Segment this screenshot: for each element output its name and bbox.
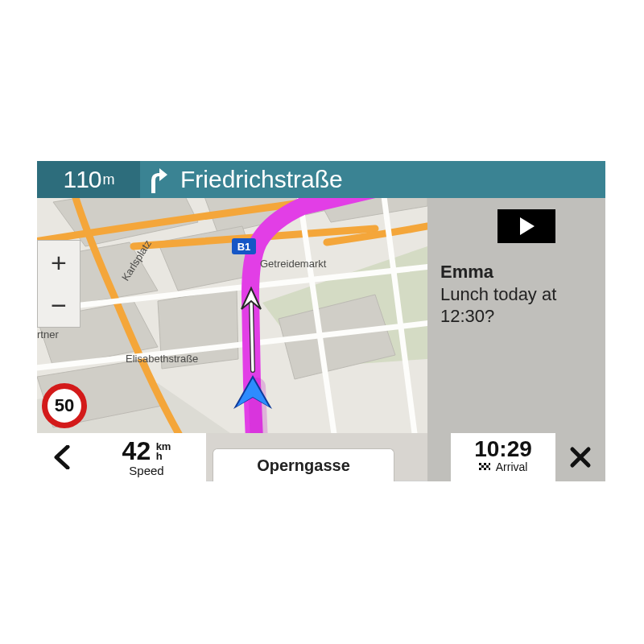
arrival-label: Arrival: [496, 460, 528, 473]
turn-distance-value: 110: [63, 166, 101, 193]
bottom-bar: 42 km h Speed Operngasse 10:29: [37, 433, 605, 481]
speed-limit-sign: 50: [42, 383, 87, 428]
map-label-rtner: rtner: [37, 328, 59, 341]
map-label-getreidemarkt: Getreidemarkt: [260, 258, 326, 270]
turn-distance-unit: m: [103, 171, 114, 188]
checkered-flag-icon: [479, 463, 490, 473]
speed-limit-value: 50: [55, 395, 74, 416]
svg-rect-16: [484, 463, 486, 465]
svg-rect-19: [486, 465, 489, 468]
notification-message: Lunch today at 12:30?: [440, 283, 597, 328]
speed-unit-bottom: h: [156, 450, 163, 462]
svg-rect-17: [489, 463, 490, 465]
svg-text:B1: B1: [237, 241, 251, 253]
turn-street-name: Friedrichstraße: [174, 161, 605, 198]
close-icon: [569, 446, 592, 469]
svg-rect-15: [479, 463, 481, 465]
route-badge: B1: [232, 238, 256, 254]
gps-device-screen: 110 m Friedrichstraße: [37, 161, 605, 481]
back-button[interactable]: [37, 433, 87, 481]
arrival-readout[interactable]: 10:29 Arrival: [451, 433, 555, 481]
speed-value: 42: [122, 433, 151, 465]
svg-rect-20: [479, 468, 481, 470]
svg-rect-22: [489, 468, 490, 470]
chevron-left-icon: [52, 445, 72, 469]
next-turn-bar[interactable]: 110 m Friedrichstraße: [37, 161, 605, 198]
current-street-name: Operngasse: [257, 456, 350, 475]
current-street-chip[interactable]: Operngasse: [213, 448, 394, 481]
speed-readout[interactable]: 42 km h Speed: [87, 433, 206, 481]
play-notification-button[interactable]: [497, 209, 555, 243]
minus-icon: −: [51, 290, 67, 321]
zoom-out-button[interactable]: −: [37, 283, 80, 328]
turn-right-icon: [140, 161, 174, 198]
turn-distance: 110 m: [37, 161, 140, 198]
dismiss-notification-button[interactable]: [555, 433, 605, 481]
map-canvas[interactable]: B1 Karlsplatz Getreidemarkt Elisabethstr…: [37, 198, 427, 433]
plus-icon: +: [51, 247, 67, 279]
notification-sender: Emma: [440, 261, 597, 283]
speed-label: Speed: [87, 464, 206, 477]
arrival-time: 10:29: [451, 433, 555, 462]
svg-rect-18: [481, 465, 484, 468]
zoom-in-button[interactable]: +: [37, 240, 80, 285]
play-icon: [515, 215, 538, 237]
notification-content[interactable]: Emma Lunch today at 12:30?: [440, 261, 597, 328]
svg-rect-21: [484, 468, 486, 470]
map-label-elisabethstrasse: Elisabethstraße: [126, 353, 198, 365]
